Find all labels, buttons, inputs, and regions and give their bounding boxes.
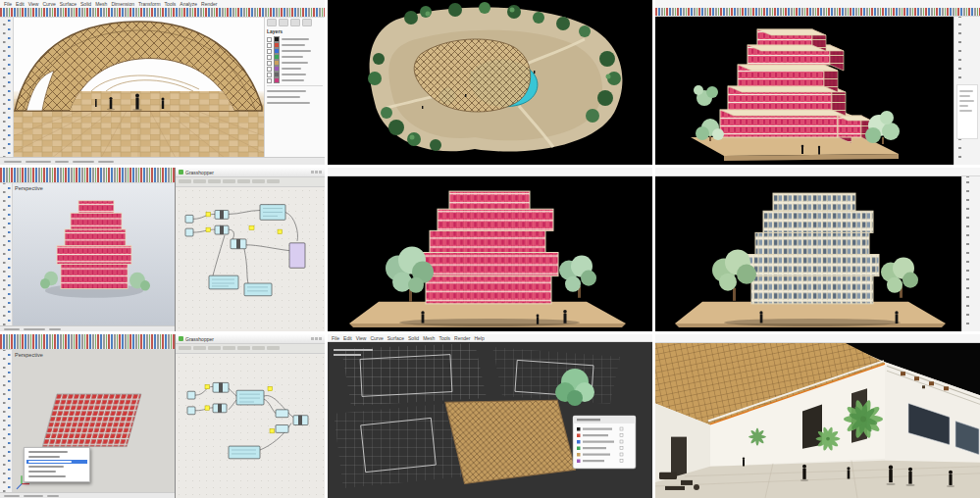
wireframe-scene — [328, 341, 652, 498]
menu-item[interactable]: Surface — [387, 335, 404, 341]
menu-row-selected[interactable] — [26, 460, 87, 464]
menu-item[interactable]: File — [332, 335, 339, 341]
panel-tabs[interactable] — [267, 19, 323, 26]
grasshopper-titlebar[interactable]: Grasshopper — [176, 334, 325, 344]
viewport-toolbar-icons[interactable] — [655, 334, 980, 343]
layers-panel-title: Layers — [267, 28, 323, 34]
rhino-viewport[interactable] — [13, 17, 264, 158]
gh-tab[interactable] — [223, 179, 235, 183]
menu-item[interactable]: Tools — [165, 1, 177, 7]
node-graph — [176, 354, 325, 498]
render-viewport[interactable] — [328, 175, 652, 331]
gh-tab[interactable] — [179, 346, 191, 350]
viewport-label: Perspective — [15, 185, 43, 191]
panel-tab[interactable] — [279, 19, 288, 26]
menu-item[interactable]: View — [356, 335, 367, 341]
menu-item[interactable]: Mesh — [423, 335, 435, 341]
tile-pink-render — [328, 168, 652, 331]
gh-tab[interactable] — [179, 179, 191, 183]
menu-item[interactable]: Render — [201, 1, 217, 7]
grasshopper-tabstrip[interactable] — [176, 344, 325, 354]
menu-item[interactable]: Dimension — [111, 1, 134, 7]
gh-tab[interactable] — [252, 346, 265, 350]
gh-tab[interactable] — [193, 346, 206, 350]
menu-item[interactable]: Curve — [42, 1, 55, 7]
menu-item[interactable]: Curve — [370, 335, 383, 341]
gh-tab[interactable] — [208, 346, 221, 350]
rhino-left-toolbar-icons[interactable] — [0, 17, 14, 158]
viewport-toolbar-icons[interactable] — [655, 168, 980, 176]
pink-building-front — [328, 175, 652, 331]
gh-tab[interactable] — [267, 346, 280, 350]
layers-panel[interactable]: Layers — [264, 17, 325, 158]
gh-tab[interactable] — [237, 346, 250, 350]
rhino-right-sidebar[interactable] — [954, 16, 980, 165]
menu-item[interactable]: Help — [474, 335, 484, 341]
pink-building-model: Perspective — [12, 182, 175, 325]
rhino-toolbar-icons[interactable] — [0, 8, 325, 18]
wireframe-floor-grid — [334, 404, 465, 488]
grasshopper-window: Grasshopper — [175, 168, 325, 331]
screenshot-collage: File Edit View Curve Surface Solid Mesh … — [0, 0, 980, 498]
floating-layers-panel[interactable] — [573, 416, 636, 469]
menu-item[interactable]: Transform — [138, 1, 161, 7]
menu-item[interactable]: Mesh — [95, 1, 107, 7]
menu-item[interactable]: File — [4, 1, 12, 7]
rhino-left-toolbar-icons[interactable] — [0, 182, 13, 325]
gh-tab[interactable] — [267, 179, 280, 183]
rhino-viewport[interactable] — [655, 16, 954, 165]
rhino-viewport[interactable]: Perspective — [12, 349, 175, 492]
menu-item[interactable]: View — [28, 1, 39, 7]
menu-item[interactable]: Tools — [438, 335, 450, 341]
gh-tab[interactable] — [237, 179, 250, 183]
window-buttons[interactable] — [311, 171, 322, 174]
gh-tab[interactable] — [252, 179, 265, 183]
render-viewport[interactable] — [655, 342, 980, 498]
gridshell-scene — [13, 17, 264, 158]
app-menubar[interactable]: File Edit View Curve Surface Solid Mesh … — [328, 334, 652, 342]
menu-item[interactable]: Solid — [408, 335, 419, 341]
menu-item[interactable]: Edit — [16, 1, 25, 7]
layer-row[interactable] — [267, 77, 323, 83]
menu-item[interactable]: Surface — [60, 1, 77, 7]
context-menu[interactable] — [24, 447, 90, 482]
menu-row[interactable] — [26, 470, 87, 473]
rhino-toolbar-icons[interactable] — [0, 175, 175, 183]
panel-tab[interactable] — [290, 19, 300, 26]
status-text — [73, 161, 94, 163]
menu-item[interactable]: Edit — [343, 335, 352, 341]
rhino-viewport[interactable]: Perspective — [12, 182, 175, 325]
menu-row[interactable] — [26, 455, 87, 459]
right-sidebar-icons[interactable] — [961, 175, 980, 331]
gh-tab[interactable] — [223, 346, 235, 350]
menu-item[interactable]: Solid — [80, 1, 91, 7]
panel-tab[interactable] — [267, 19, 277, 26]
grasshopper-titlebar[interactable]: Grasshopper — [176, 168, 325, 177]
menu-row[interactable] — [26, 465, 87, 469]
rhino-left-toolbar-icons[interactable] — [0, 349, 13, 492]
status-text — [55, 161, 69, 163]
menu-item[interactable]: Render — [454, 335, 470, 341]
rhino-toolbar-icons[interactable] — [0, 342, 175, 350]
grasshopper-canvas[interactable] — [176, 354, 325, 498]
viewport-toolbar-icons[interactable] — [328, 168, 652, 176]
rhino-toolbar-icons[interactable] — [655, 8, 980, 17]
nodes[interactable] — [187, 382, 308, 458]
tile-wireframe-canopy: File Edit View Curve Surface Solid Mesh … — [328, 334, 652, 498]
building-shadow — [399, 319, 580, 326]
menu-row[interactable] — [26, 474, 87, 478]
render-viewport[interactable] — [655, 175, 962, 331]
wireframe-viewport[interactable] — [328, 341, 652, 498]
grasshopper-canvas[interactable] — [176, 187, 325, 331]
menu-row[interactable] — [26, 450, 87, 454]
cream-building-front — [655, 175, 962, 331]
window-buttons[interactable] — [311, 337, 322, 340]
grasshopper-tabstrip[interactable] — [176, 177, 325, 187]
sidebar-mini-panel[interactable] — [956, 84, 978, 139]
rhino-statusbar — [0, 157, 325, 165]
gh-tab[interactable] — [193, 179, 206, 183]
panel-tab[interactable] — [302, 19, 312, 26]
gh-tab[interactable] — [208, 179, 221, 183]
rhino-pane: Perspective — [0, 168, 175, 331]
menu-item[interactable]: Analyze — [180, 1, 197, 7]
